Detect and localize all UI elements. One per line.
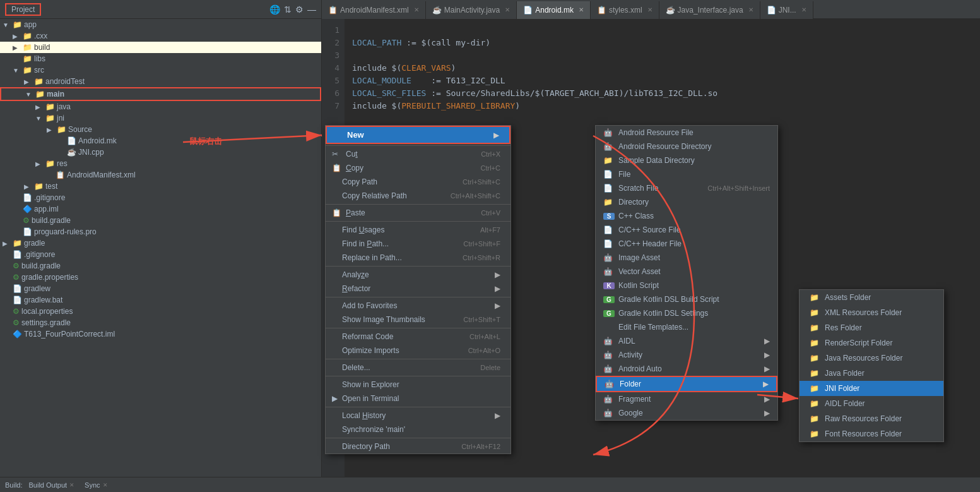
folder-raw-resources[interactable]: 📁Raw Resources Folder	[800, 411, 943, 426]
new-folder[interactable]: 🤖Folder ▶	[596, 376, 777, 392]
menu-item-copy[interactable]: 📋Copy Ctrl+C	[326, 161, 511, 175]
tree-item-gradlewbat[interactable]: 📄 gradlew.bat	[0, 294, 321, 306]
menu-item-dirpath[interactable]: Directory Path Ctrl+Alt+F12	[326, 440, 511, 453]
new-kotlin-script[interactable]: KKotlin Script	[596, 279, 777, 292]
tab-styles[interactable]: 📋 styles.xml ✕	[591, 1, 659, 19]
tree-item-androidmk[interactable]: 📄 Android.mk	[0, 135, 321, 147]
new-android-resource-dir[interactable]: 🤖Android Resource Directory	[596, 140, 777, 153]
menu-item-thumbnails[interactable]: Show Image Thumbnails Ctrl+Shift+T	[326, 313, 511, 327]
tree-item-source[interactable]: ▶ 📁 Source	[0, 124, 321, 135]
tab-mainactivity-close[interactable]: ✕	[505, 6, 510, 13]
tree-item-java[interactable]: ▶ 📁 java	[0, 101, 321, 112]
menu-item-copyrelpath[interactable]: Copy Relative Path Ctrl+Alt+Shift+C	[326, 189, 511, 203]
tree-item-manifest[interactable]: 📋 AndroidManifest.xml	[0, 169, 321, 181]
menu-item-cut[interactable]: ✂Cut Ctrl+X	[326, 147, 511, 161]
new-aidl[interactable]: 🤖AIDL ▶	[596, 334, 777, 348]
folder-java[interactable]: 📁Java Folder	[800, 366, 943, 381]
tree-item-jni[interactable]: ▼ 📁 jni	[0, 112, 321, 124]
tree-item-jnicpp[interactable]: ☕ JNI.cpp	[0, 147, 321, 158]
new-cpp-source[interactable]: 📄C/C++ Source File	[596, 223, 777, 237]
tree-item-gitignore2[interactable]: 📄 .gitignore	[0, 249, 321, 260]
tree-item-src[interactable]: ▼ 📁 src	[0, 64, 321, 76]
tree-item-app[interactable]: ▼ 📁 app	[0, 19, 321, 30]
menu-item-paste[interactable]: 📋Paste Ctrl+V	[326, 206, 511, 220]
tree-item-proguard[interactable]: 📄 proguard-rules.pro	[0, 226, 321, 237]
build-output-tab[interactable]: Build Output ✕	[25, 479, 79, 491]
new-sample-data-dir[interactable]: 📁Sample Data Directory	[596, 153, 777, 167]
menu-item-replaceinpath[interactable]: Replace in Path... Ctrl+Shift+R	[326, 251, 511, 265]
project-button[interactable]: Project	[5, 3, 41, 16]
new-fragment[interactable]: 🤖Fragment ▶	[596, 392, 777, 406]
tab-javainterface[interactable]: ☕ Java_Interface.java ✕	[659, 1, 760, 19]
tree-item-buildgradle2[interactable]: ⚙ build.gradle	[0, 260, 321, 272]
menu-item-openinterminal[interactable]: ▶Open in Terminal	[326, 392, 511, 405]
sync-close[interactable]: ✕	[103, 482, 108, 488]
menu-item-delete[interactable]: Delete... Delete	[326, 361, 511, 375]
tree-item-res[interactable]: ▶ 📁 res	[0, 158, 321, 169]
new-directory[interactable]: 📁Directory	[596, 195, 777, 209]
folder-assets[interactable]: 📁Assets Folder	[800, 290, 943, 305]
menu-item-findusages[interactable]: Find Usages Alt+F7	[326, 223, 511, 237]
folder-renderscript[interactable]: 📁RenderScript Folder	[800, 335, 943, 351]
tree-item-t613[interactable]: 🔷 T613_FourPointCorrect.iml	[0, 328, 321, 340]
tab-androidmanifest-close[interactable]: ✕	[414, 6, 419, 13]
menu-item-copypath[interactable]: Copy Path Ctrl+Shift+C	[326, 175, 511, 189]
sync-tab[interactable]: Sync ✕	[81, 479, 111, 491]
tree-item-cxx[interactable]: ▶ 📁 .cxx	[0, 30, 321, 42]
tree-item-appiml[interactable]: 🔷 app.iml	[0, 203, 321, 215]
menu-item-new[interactable]: New ▶	[326, 126, 511, 144]
folder-font-resources[interactable]: 📁Font Resources Folder	[800, 426, 943, 441]
gear-icon[interactable]: ⚙	[295, 4, 304, 15]
tree-item-test[interactable]: ▶ 📁 test	[0, 181, 321, 192]
folder-res[interactable]: 📁Res Folder	[800, 320, 943, 335]
tab-jni[interactable]: 📄 JNI... ✕	[760, 1, 813, 19]
new-vector-asset[interactable]: 🤖Vector Asset	[596, 265, 777, 279]
tree-item-gradle[interactable]: ▶ 📁 gradle	[0, 237, 321, 249]
menu-item-analyze[interactable]: Analyze▶	[326, 268, 511, 282]
folder-java-resources[interactable]: 📁Java Resources Folder	[800, 351, 943, 366]
menu-item-reformat[interactable]: Reformat Code Ctrl+Alt+L	[326, 330, 511, 344]
swap-icon[interactable]: ⇅	[284, 4, 292, 15]
tree-item-libs[interactable]: 📁 libs	[0, 53, 321, 64]
tab-mainactivity[interactable]: ☕ MainActivity.java ✕	[426, 1, 517, 19]
new-gradle-kotlin-settings[interactable]: GGradle Kotlin DSL Settings	[596, 306, 777, 320]
tree-item-main[interactable]: ▼ 📁 main	[0, 87, 321, 101]
menu-item-optimize[interactable]: Optimize Imports Ctrl+Alt+O	[326, 344, 511, 357]
new-scratch-file[interactable]: 📄Scratch File Ctrl+Alt+Shift+Insert	[596, 181, 777, 195]
tab-androidmk-close[interactable]: ✕	[579, 6, 584, 13]
build-output-close[interactable]: ✕	[69, 482, 74, 488]
new-google[interactable]: 🤖Google ▶	[596, 406, 777, 420]
tab-jni-close[interactable]: ✕	[801, 6, 806, 13]
tree-item-gitignore1[interactable]: 📄 .gitignore	[0, 192, 321, 203]
new-file[interactable]: 📄File	[596, 167, 777, 181]
menu-item-refactor[interactable]: Refactor▶	[326, 282, 511, 296]
new-edit-templates[interactable]: Edit File Templates...	[596, 320, 777, 334]
tree-item-localprops[interactable]: ⚙ local.properties	[0, 306, 321, 317]
tree-item-androidtest[interactable]: ▶ 📁 androidTest	[0, 76, 321, 87]
tree-item-gradleprops[interactable]: ⚙ gradle.properties	[0, 272, 321, 283]
tab-androidmanifest[interactable]: 📋 AndroidManifest.xml ✕	[322, 1, 426, 19]
tab-androidmk[interactable]: 📄 Android.mk ✕	[517, 1, 591, 19]
new-android-auto[interactable]: 🤖Android Auto ▶	[596, 362, 777, 376]
new-cpp-header[interactable]: 📄C/C++ Header File	[596, 237, 777, 251]
tree-item-gradlew[interactable]: 📄 gradlew	[0, 283, 321, 294]
tab-javainterface-close[interactable]: ✕	[748, 6, 753, 13]
globe-icon[interactable]: 🌐	[269, 4, 280, 15]
new-activity[interactable]: 🤖Activity ▶	[596, 348, 777, 362]
new-gradle-kotlin-build[interactable]: GGradle Kotlin DSL Build Script	[596, 292, 777, 306]
tree-item-settingsgradle[interactable]: ⚙ settings.gradle	[0, 317, 321, 328]
menu-item-synchronize[interactable]: Synchronize 'main'	[326, 423, 511, 436]
menu-item-showinexplorer[interactable]: Show in Explorer	[326, 378, 511, 392]
tree-item-buildgradle1[interactable]: ⚙ build.gradle	[0, 215, 321, 226]
menu-item-addtofav[interactable]: Add to Favorites▶	[326, 299, 511, 313]
new-android-resource-file[interactable]: 🤖Android Resource File	[596, 126, 777, 140]
folder-xml-resources[interactable]: 📁XML Resources Folder	[800, 305, 943, 320]
minimize-icon[interactable]: —	[307, 4, 316, 15]
new-image-asset[interactable]: 🤖Image Asset	[596, 251, 777, 265]
tab-styles-close[interactable]: ✕	[647, 6, 652, 13]
tree-item-build[interactable]: ▶ 📁 build	[0, 42, 321, 53]
menu-item-localhistory[interactable]: Local History▶	[326, 409, 511, 423]
menu-item-findinpath[interactable]: Find in Path... Ctrl+Shift+F	[326, 237, 511, 251]
new-cpp-class[interactable]: SC++ Class	[596, 209, 777, 223]
folder-jni[interactable]: 📁JNI Folder	[800, 381, 943, 396]
